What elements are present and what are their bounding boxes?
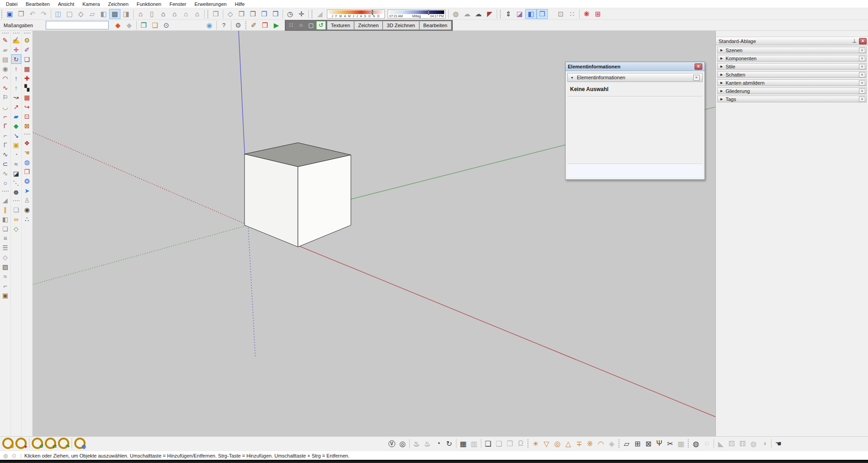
plane-tool[interactable]: ◆ — [11, 121, 21, 130]
bend-tool[interactable]: ⌐ — [0, 281, 10, 290]
texture-ball-icon[interactable]: ◍ — [450, 9, 461, 19]
grid-mode-icon[interactable]: ∷ — [286, 21, 296, 30]
section-close-icon[interactable]: × — [693, 75, 700, 81]
paint-plane-tool[interactable]: ▰ — [11, 111, 21, 121]
monitor-zoom-icon[interactable]: ❐ — [138, 20, 149, 30]
followme-tool[interactable]: ↝ — [11, 92, 21, 102]
mode-button[interactable]: Zeichnen — [354, 21, 383, 30]
note-tool[interactable]: ❏ — [22, 54, 32, 64]
date-slider-handle[interactable] — [372, 10, 373, 15]
vray-ies-light-icon[interactable]: ∓ — [574, 438, 585, 449]
vray-flip-icon[interactable]: ◣ — [715, 438, 726, 449]
shell-tool[interactable]: ◔ — [11, 150, 21, 159]
selection-dots-icon[interactable]: ∷ — [566, 9, 578, 19]
mode-button[interactable]: Texturen — [327, 21, 354, 30]
save-icon[interactable]: ▣ — [4, 9, 15, 19]
fold-tool[interactable]: ◧ — [0, 214, 10, 224]
tray-section-row[interactable]: ▶ Stile × — [717, 63, 867, 70]
frame-box-tool[interactable]: ⊠ — [22, 121, 32, 130]
axes-icon[interactable]: ✛ — [296, 9, 307, 19]
gray-diamond-icon[interactable]: ◆ — [124, 20, 135, 30]
fog-light-icon[interactable]: ☁ — [461, 9, 473, 19]
vray-sync-icon[interactable]: ↻ — [444, 438, 455, 449]
eraser-wedge-icon[interactable]: ◢ — [314, 9, 326, 19]
lines-tool[interactable]: ≈ — [0, 271, 10, 281]
info-icon[interactable]: ⊙ — [161, 20, 172, 30]
section-plane-icon[interactable]: ◪ — [514, 9, 525, 19]
pillars-tool[interactable]: ☰ — [0, 243, 10, 252]
walk-tool[interactable]: ∴ — [22, 214, 32, 224]
menu-item[interactable]: Zeichnen — [104, 1, 133, 7]
lasso-mode-icon[interactable]: ○ — [296, 21, 306, 30]
eraser-tool[interactable]: ▰ — [0, 45, 10, 54]
chimney-house-icon[interactable]: ⌂ — [169, 9, 180, 19]
weld-tool[interactable]: ∞ — [11, 214, 21, 224]
dimension-arrow-tool[interactable]: ↘ — [11, 130, 21, 140]
vray-spot-light-icon[interactable]: △ — [563, 438, 574, 449]
vray-export-proxy-icon[interactable]: ⊠ — [643, 438, 654, 449]
vray-dome-light-icon[interactable]: ◠ — [595, 438, 606, 449]
rotate-tool[interactable]: ↻ — [11, 54, 21, 64]
pushpull-tool[interactable]: ↑ — [11, 64, 21, 73]
help-icon[interactable]: ? — [218, 20, 230, 30]
tray-section-close-icon[interactable]: × — [859, 48, 865, 53]
shaded-style-icon[interactable]: ◧ — [98, 9, 109, 19]
corner-line-tool[interactable]: Γ — [0, 121, 10, 130]
tray-section-close-icon[interactable]: × — [859, 88, 865, 94]
wire-box-view-icon[interactable]: ◇ — [225, 9, 236, 19]
tray-section-row[interactable]: ▶ Komponenten × — [717, 55, 867, 62]
vray-proxy-icon[interactable]: ◍ — [691, 438, 701, 449]
entity-info-titlebar[interactable]: Elementinformationen × — [566, 62, 705, 71]
back-edges-style-icon[interactable]: ▢ — [64, 9, 75, 19]
mode-button[interactable]: 3D Zeichnen — [383, 21, 419, 30]
fog-dark-icon[interactable]: ☁ — [473, 9, 484, 19]
tape-measure-tool[interactable]: ✍ — [11, 35, 21, 45]
tray-section-close-icon[interactable]: × — [859, 64, 865, 69]
vray-frame-buffer-icon[interactable]: ❑ — [483, 438, 494, 449]
dashed-box-tool[interactable]: ⊡ — [22, 111, 32, 121]
measurements-input[interactable] — [46, 21, 109, 29]
style-builder-icon[interactable]: ❋ — [581, 9, 592, 19]
component-grid-icon[interactable]: ⊞ — [592, 9, 604, 19]
menu-item[interactable]: Ansicht — [54, 1, 78, 7]
menu-item[interactable]: Datei — [2, 1, 22, 7]
crystal-tool[interactable]: ◇ — [11, 224, 21, 233]
vray-mesh-clip-icon[interactable]: ▦ — [676, 438, 686, 449]
ring-redo-icon[interactable]: ↷ — [58, 438, 69, 449]
clock-icon[interactable]: ◷ — [284, 9, 296, 19]
pan-tool[interactable]: ☚ — [22, 148, 32, 157]
line-tool[interactable]: ✎ — [0, 35, 10, 45]
fillet-tool[interactable]: ⌐ — [0, 130, 10, 140]
wheel-emblem-tool[interactable]: ☸ — [11, 188, 21, 197]
hidden-line-style-icon[interactable]: ▱ — [86, 9, 98, 19]
outline-house-icon[interactable]: ⌂ — [180, 9, 192, 19]
redo-icon[interactable]: ↷ — [38, 9, 49, 19]
gray-box-view-icon-2[interactable]: ❒ — [247, 9, 259, 19]
select-arrow-tool[interactable]: ➤ — [22, 186, 32, 195]
vray-mesh-light-icon[interactable]: ◈ — [606, 438, 617, 449]
play-icon[interactable]: ▶ — [271, 20, 282, 30]
move-tool[interactable]: ✛ — [11, 45, 21, 54]
wireframe-style-icon[interactable]: ◇ — [75, 9, 86, 19]
rectangle-tool[interactable]: ▤ — [0, 54, 10, 64]
tray-section-row[interactable]: ▶ Szenen × — [717, 47, 867, 53]
checker-tool[interactable]: ▚ — [22, 83, 32, 92]
chamfer-tool[interactable]: Γ — [0, 140, 10, 150]
vray-palette-icon[interactable]: ◎ — [397, 438, 408, 449]
menu-item[interactable]: Erweiterungen — [191, 1, 231, 7]
arc-tool[interactable]: ◠ — [0, 73, 10, 83]
shadow-date-slider[interactable]: J F M A M J J A S O N D — [327, 10, 385, 19]
polyline-tool[interactable]: ∿ — [0, 169, 10, 178]
pushpull-vector-tool[interactable]: ↑ — [11, 83, 21, 92]
menu-item[interactable]: Funktionen — [133, 1, 165, 7]
time-slider-handle[interactable] — [428, 10, 429, 15]
hatch-tool[interactable]: ▨ — [0, 262, 10, 271]
flat-roof-house-icon[interactable]: ⌂ — [192, 9, 203, 19]
red-triangle-icon[interactable]: ◤ — [484, 9, 495, 19]
selection-box-icon[interactable]: ⊡ — [555, 9, 566, 19]
swoosh-tool[interactable]: ↪ — [22, 102, 32, 111]
textured-style-icon[interactable]: ▩ — [109, 9, 120, 19]
vray-infinite-plane-icon[interactable]: ▱ — [621, 438, 632, 449]
zoom-window-tool[interactable]: ❒ — [22, 167, 32, 176]
roof-tool[interactable]: ◇ — [0, 252, 10, 262]
